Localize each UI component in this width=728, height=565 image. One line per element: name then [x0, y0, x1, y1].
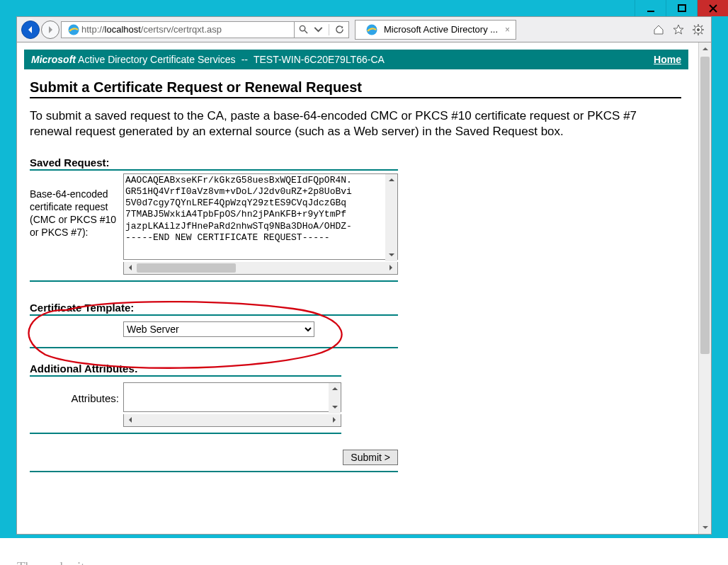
address-bar-tools [295, 21, 349, 38]
svg-point-7 [697, 28, 699, 30]
minimize-icon [646, 4, 656, 13]
page-vscrollbar[interactable] [698, 42, 711, 534]
chevron-up-icon [388, 176, 395, 183]
certificate-template-select[interactable]: Web Server [123, 321, 314, 337]
chevron-up-icon [702, 45, 709, 52]
tools-icon[interactable] [693, 24, 704, 35]
banner-separator: -- [241, 54, 248, 65]
maximize-button[interactable] [666, 0, 697, 16]
saved-request-textarea[interactable]: AAOCAQEABxseKFr/kGkzG58uesBxWQEIdFQpOR4N… [123, 173, 398, 260]
chrome-right-icons [653, 24, 707, 35]
home-link[interactable]: Home [654, 54, 681, 65]
saved-request-label: Saved Request: [30, 156, 398, 171]
textarea-vscrollbar[interactable] [329, 383, 341, 413]
window-frame: http://localhost/certsrv/certrqxt.asp Mi… [0, 0, 728, 538]
chevron-right-icon [387, 264, 394, 271]
banner-title: Microsoft Active Directory Certificate S… [31, 54, 236, 65]
browser-viewport: Microsoft Active Directory Certificate S… [16, 42, 712, 535]
certificate-template-block: Certificate Template: Web Server [30, 302, 681, 348]
favorites-icon[interactable] [673, 24, 684, 35]
textarea-hscrollbar[interactable] [123, 414, 341, 427]
svg-rect-1 [678, 5, 686, 11]
svg-line-15 [694, 33, 695, 34]
dropdown-icon[interactable] [314, 25, 323, 34]
submit-row: Submit > [30, 434, 398, 472]
url-prefix: http:// [81, 24, 105, 35]
chevron-right-icon [331, 416, 338, 423]
page-content-area: Microsoft Active Directory Certificate S… [17, 42, 698, 534]
svg-rect-0 [647, 11, 654, 12]
banner-ca-name: TEST-WIN-6C20E79LT66-CA [254, 54, 385, 65]
search-icon[interactable] [299, 25, 308, 34]
additional-attributes-label: Additional Attributes: [30, 363, 341, 377]
svg-line-13 [701, 33, 703, 34]
home-icon[interactable] [653, 24, 664, 35]
additional-attributes-block: Additional Attributes: Attributes: [30, 363, 681, 434]
intro-text: To submit a saved request to the CA, pas… [30, 108, 681, 139]
certificate-template-label: Certificate Template: [30, 302, 398, 316]
svg-line-12 [694, 25, 695, 27]
address-bar[interactable]: http://localhost/certsrv/certrqxt.asp [61, 21, 295, 38]
maximize-icon [677, 4, 687, 13]
chevron-down-icon [388, 251, 395, 258]
attributes-textarea[interactable] [123, 382, 341, 412]
chevron-up-icon [331, 385, 339, 392]
svg-point-3 [300, 25, 305, 30]
close-button[interactable] [697, 0, 728, 16]
tab-close-icon[interactable]: × [505, 25, 510, 35]
tab-title: Microsoft Active Directory ... [384, 24, 498, 35]
titlebar [0, 0, 728, 16]
ie-icon [67, 23, 80, 36]
textarea-hscrollbar[interactable] [123, 262, 398, 275]
svg-line-14 [701, 25, 703, 27]
url-path: /certsrv/certrqxt.asp [141, 24, 222, 35]
forward-button[interactable] [41, 21, 59, 39]
chevron-left-icon [127, 416, 134, 423]
minimize-button[interactable] [635, 0, 666, 16]
back-button[interactable] [21, 21, 40, 39]
address-bar-group: http://localhost/certsrv/certrqxt.asp [61, 21, 349, 38]
attributes-label: Attributes: [30, 382, 123, 404]
page-heading: Submit a Certificate Request or Renewal … [30, 79, 681, 98]
chevron-down-icon [702, 524, 709, 531]
refresh-icon[interactable] [335, 25, 344, 34]
chevron-left-icon [127, 264, 134, 271]
page-banner: Microsoft Active Directory Certificate S… [24, 50, 688, 69]
below-caption: Then submit [17, 559, 728, 565]
back-arrow-icon [25, 25, 35, 35]
browser-tab[interactable]: Microsoft Active Directory ... × [355, 20, 516, 40]
browser-toolbar: http://localhost/certsrv/certrqxt.asp Mi… [16, 16, 712, 42]
close-icon [708, 4, 718, 13]
chevron-down-icon [331, 404, 339, 411]
forward-arrow-icon [45, 25, 55, 35]
separator [329, 24, 329, 35]
saved-request-row: Base-64-encoded certificate request (CMC… [30, 173, 398, 282]
submit-button[interactable]: Submit > [343, 450, 398, 465]
ie-icon [365, 23, 378, 36]
svg-line-4 [305, 30, 307, 33]
page-body: Submit a Certificate Request or Renewal … [17, 69, 694, 472]
textarea-vscrollbar[interactable] [385, 174, 397, 261]
saved-request-description: Base-64-encoded certificate request (CMC… [30, 173, 123, 239]
url-host: localhost [105, 24, 141, 35]
